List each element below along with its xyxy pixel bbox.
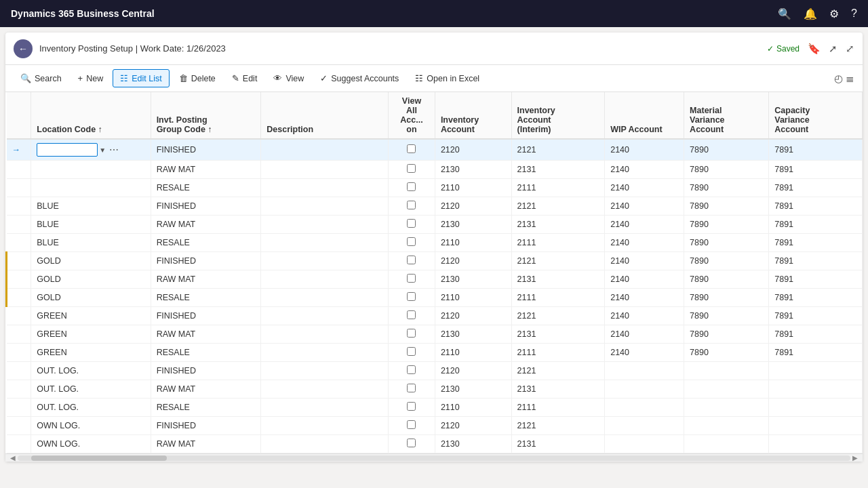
invt-group-cell[interactable]: FINISHED [151, 252, 261, 270]
view-all-cell[interactable] [389, 289, 435, 307]
view-all-cell[interactable] [389, 417, 435, 435]
wip-account-cell[interactable]: 2140 [605, 344, 684, 362]
wip-account-cell[interactable] [605, 417, 684, 435]
material-variance-cell[interactable] [684, 417, 769, 435]
material-variance-cell[interactable] [684, 399, 769, 417]
capacity-variance-cell[interactable]: 7891 [769, 270, 863, 289]
invt-group-cell[interactable]: RAW MAT [151, 435, 261, 453]
description-cell[interactable] [261, 399, 389, 417]
location-code-cell[interactable]: OWN LOG. [31, 435, 151, 453]
location-code-cell[interactable]: OUT. LOG. [31, 399, 151, 417]
capacity-variance-cell[interactable]: 7891 [769, 216, 863, 234]
view-all-checkbox[interactable] [407, 420, 416, 429]
view-all-checkbox[interactable] [407, 402, 416, 411]
inventory-account-cell[interactable]: 2110 [435, 179, 511, 197]
col-material-variance[interactable]: MaterialVarianceAccount [684, 92, 769, 139]
capacity-variance-cell[interactable]: 7891 [769, 161, 863, 179]
edit-button[interactable]: ✎ Edit [225, 70, 264, 87]
view-button[interactable]: 👁 View [267, 70, 311, 87]
location-code-cell[interactable] [31, 179, 151, 197]
location-code-cell[interactable]: GREEN [31, 325, 151, 344]
view-all-checkbox[interactable] [407, 384, 416, 392]
inventory-account-interim-cell[interactable]: 2121 [511, 139, 605, 161]
scroll-left-arrow[interactable]: ◀ [8, 454, 18, 462]
capacity-variance-cell[interactable]: 7891 [769, 197, 863, 216]
wip-account-cell[interactable] [605, 435, 684, 453]
inventory-account-interim-cell[interactable]: 2131 [511, 325, 605, 344]
wip-account-cell[interactable]: 2140 [605, 325, 684, 344]
share-icon[interactable]: ➚ [829, 43, 837, 55]
description-cell[interactable] [261, 252, 389, 270]
col-wip-account[interactable]: WIP Account [605, 92, 684, 139]
inventory-account-cell[interactable]: 2120 [435, 252, 511, 270]
description-cell[interactable] [261, 179, 389, 197]
invt-group-cell[interactable]: FINISHED [151, 307, 261, 325]
capacity-variance-cell[interactable]: 7891 [769, 139, 863, 161]
capacity-variance-cell[interactable]: 7891 [769, 344, 863, 362]
capacity-variance-cell[interactable]: 7891 [769, 325, 863, 344]
col-location-code[interactable]: Location Code ↑ [31, 92, 151, 139]
scroll-right-arrow[interactable]: ▶ [850, 454, 860, 462]
material-variance-cell[interactable]: 7890 [684, 344, 769, 362]
inventory-account-cell[interactable]: 2130 [435, 325, 511, 344]
wip-account-cell[interactable]: 2140 [605, 307, 684, 325]
capacity-variance-cell[interactable]: 7891 [769, 234, 863, 252]
view-all-cell[interactable] [389, 161, 435, 179]
view-all-checkbox[interactable] [407, 365, 416, 374]
view-all-cell[interactable] [389, 252, 435, 270]
inventory-account-interim-cell[interactable]: 2111 [511, 234, 605, 252]
view-all-checkbox[interactable] [407, 329, 416, 338]
material-variance-cell[interactable] [684, 362, 769, 380]
view-all-cell[interactable] [389, 325, 435, 344]
invt-group-cell[interactable]: FINISHED [151, 362, 261, 380]
delete-button[interactable]: 🗑 Delete [172, 70, 222, 87]
invt-group-cell[interactable]: RAW MAT [151, 161, 261, 179]
wip-account-cell[interactable]: 2140 [605, 197, 684, 216]
inventory-account-interim-cell[interactable]: 2131 [511, 161, 605, 179]
description-cell[interactable] [261, 216, 389, 234]
description-cell[interactable] [261, 161, 389, 179]
view-all-cell[interactable] [389, 270, 435, 289]
view-all-cell[interactable] [389, 435, 435, 453]
description-cell[interactable] [261, 344, 389, 362]
inventory-account-cell[interactable]: 2130 [435, 435, 511, 453]
inventory-account-cell[interactable]: 2110 [435, 289, 511, 307]
material-variance-cell[interactable]: 7890 [684, 179, 769, 197]
invt-group-cell[interactable]: RESALE [151, 399, 261, 417]
location-code-cell[interactable]: OUT. LOG. [31, 362, 151, 380]
view-all-cell[interactable] [389, 234, 435, 252]
inventory-account-cell[interactable]: 2110 [435, 234, 511, 252]
capacity-variance-cell[interactable]: 7891 [769, 307, 863, 325]
view-all-checkbox[interactable] [407, 274, 416, 283]
search-button[interactable]: 🔍 Search [14, 70, 68, 87]
location-code-cell[interactable]: GOLD [31, 270, 151, 289]
invt-group-cell[interactable]: RESALE [151, 234, 261, 252]
location-code-cell[interactable]: GOLD [31, 289, 151, 307]
wip-account-cell[interactable]: 2140 [605, 139, 684, 161]
view-all-checkbox[interactable] [407, 347, 416, 356]
material-variance-cell[interactable] [684, 380, 769, 399]
invt-group-cell[interactable]: RESALE [151, 179, 261, 197]
inventory-account-interim-cell[interactable]: 2121 [511, 307, 605, 325]
view-all-checkbox[interactable] [407, 439, 416, 447]
suggest-accounts-button[interactable]: ✓ Suggest Accounts [313, 70, 406, 87]
material-variance-cell[interactable]: 7890 [684, 252, 769, 270]
material-variance-cell[interactable]: 7890 [684, 270, 769, 289]
view-all-checkbox[interactable] [407, 292, 416, 301]
view-all-cell[interactable] [389, 362, 435, 380]
description-cell[interactable] [261, 234, 389, 252]
capacity-variance-cell[interactable]: 7891 [769, 289, 863, 307]
wip-account-cell[interactable]: 2140 [605, 161, 684, 179]
wip-account-cell[interactable]: 2140 [605, 179, 684, 197]
view-all-cell[interactable] [389, 216, 435, 234]
description-cell[interactable] [261, 270, 389, 289]
wip-account-cell[interactable] [605, 399, 684, 417]
more-options-icon[interactable]: ⋯ [107, 144, 121, 155]
location-code-cell[interactable]: GOLD [31, 252, 151, 270]
material-variance-cell[interactable]: 7890 [684, 289, 769, 307]
view-all-cell[interactable] [389, 197, 435, 216]
new-button[interactable]: + New [71, 70, 111, 87]
inventory-account-cell[interactable]: 2130 [435, 161, 511, 179]
view-all-checkbox[interactable] [407, 256, 416, 264]
description-cell[interactable] [261, 325, 389, 344]
